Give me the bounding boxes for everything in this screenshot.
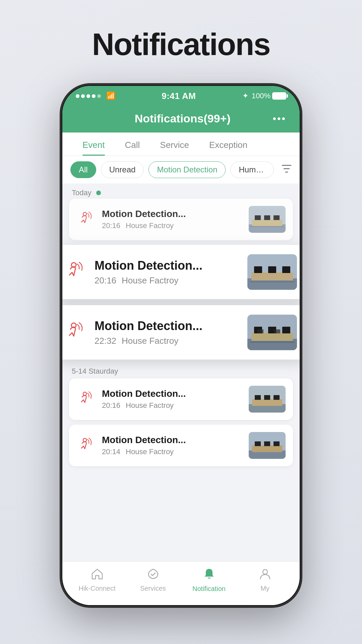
app-header: Notifications(99+) •••: [62, 106, 300, 132]
filter-chip-unread[interactable]: Unread: [101, 161, 144, 178]
tab-call[interactable]: Call: [115, 132, 150, 156]
nav-item-my[interactable]: My: [237, 568, 293, 592]
my-icon: [259, 568, 271, 583]
motion-icon-sat2: [77, 437, 95, 454]
expanded-title-2: Motion Detection...: [95, 319, 241, 333]
battery-bar: [272, 92, 286, 100]
notif-title-sat1: Motion Detection...: [102, 388, 243, 399]
expanded-card-1[interactable]: Motion Detection... 20:16 House Factroy: [62, 245, 300, 299]
svg-rect-23: [250, 341, 294, 343]
today-section-header: Today: [62, 184, 300, 199]
battery-block: 100%: [252, 92, 286, 100]
notif-time-sat1: 20:16: [102, 401, 120, 410]
motion-icon-wrap-sat2: [76, 437, 96, 454]
svg-point-0: [83, 212, 86, 216]
status-bar: 📶 9:41 AM ✦ 100%: [62, 86, 300, 106]
notif-text-sat1: Motion Detection... 20:16 House Factroy: [102, 388, 243, 410]
notif-card-sat-2[interactable]: Motion Detection... 20:14 House Factroy: [69, 425, 293, 466]
svg-rect-29: [252, 399, 282, 406]
nav-label-services: Services: [140, 585, 166, 592]
scrollable-content: Today Motion Detection...: [62, 184, 300, 605]
notif-text: Motion Detection... 20:16 House Factroy: [102, 209, 243, 230]
notif-thumbnail-sat2: [249, 432, 286, 459]
expanded-time-1: 20:16: [95, 275, 116, 286]
tab-event[interactable]: Event: [72, 132, 115, 156]
svg-rect-5: [264, 215, 270, 220]
motion-detection-icon: [77, 211, 95, 228]
status-right: ✦ 100%: [242, 92, 286, 100]
nav-item-home[interactable]: Hik-Connect: [69, 568, 125, 592]
svg-rect-15: [250, 281, 294, 282]
motion-detection-icon-large-1: [65, 261, 86, 282]
motion-icon-wrap-sat1: [76, 390, 96, 408]
svg-rect-19: [251, 333, 293, 341]
nav-item-notification[interactable]: Notification: [181, 568, 237, 593]
page-background-title: Notifications: [0, 0, 362, 62]
svg-rect-39: [274, 441, 280, 446]
notif-source-sat1: House Factroy: [126, 401, 174, 410]
motion-icon-wrap: [76, 211, 96, 228]
unread-dot: [96, 191, 101, 195]
expanded-thumb-2: [247, 315, 297, 350]
svg-rect-22: [282, 327, 290, 333]
expanded-card-2[interactable]: Motion Detection... 22:32 House Factroy: [62, 305, 300, 360]
bluetooth-icon: ✦: [242, 92, 248, 100]
svg-rect-38: [264, 441, 270, 446]
status-time: 9:41 AM: [162, 91, 196, 101]
filter-icon[interactable]: [282, 164, 292, 176]
status-left: 📶: [76, 92, 115, 100]
tabs-bar: Event Call Service Exception: [62, 132, 300, 156]
svg-rect-3: [252, 219, 282, 226]
svg-rect-4: [255, 215, 261, 220]
expanded-meta-2: 22:32 House Factroy: [95, 336, 241, 346]
more-options-button[interactable]: •••: [273, 113, 286, 124]
expanded-text-1: Motion Detection... 20:16 House Factroy: [95, 259, 241, 286]
nav-label-home: Hik-Connect: [78, 585, 115, 592]
header-title: Notifications(99+): [93, 112, 273, 125]
services-icon: [147, 568, 159, 583]
svg-rect-36: [252, 445, 282, 452]
expanded-time-2: 22:32: [95, 336, 116, 346]
svg-rect-24: [257, 329, 263, 333]
expanded-title-1: Motion Detection...: [95, 259, 241, 273]
svg-rect-13: [268, 266, 276, 273]
svg-rect-31: [264, 395, 270, 400]
filter-row: All Unread Motion Detection Human Dete: [62, 156, 300, 184]
nav-item-services[interactable]: Services: [125, 568, 181, 592]
motion-detection-icon-large-2: [65, 321, 86, 342]
notif-meta-sat2: 20:14 House Factroy: [102, 447, 243, 456]
filter-chip-human[interactable]: Human Dete: [230, 161, 274, 178]
notif-meta: 20:16 House Factroy: [102, 221, 243, 230]
svg-rect-7: [250, 226, 284, 227]
motion-icon-sat1: [77, 390, 95, 408]
filter-chip-all[interactable]: All: [70, 161, 96, 178]
notif-card-sat-1[interactable]: Motion Detection... 20:16 House Factroy: [69, 378, 293, 420]
svg-point-40: [263, 570, 267, 574]
filter-chip-motion[interactable]: Motion Detection: [148, 161, 226, 178]
expanded-cards-container: Motion Detection... 20:16 House Factroy: [62, 245, 300, 360]
phone-content: Notifications(99+) ••• Event Call Servic…: [62, 106, 300, 605]
svg-rect-32: [274, 395, 280, 400]
tab-exception[interactable]: Exception: [199, 132, 257, 156]
home-icon: [91, 568, 103, 583]
bottom-nav: Hik-Connect Services: [62, 561, 300, 605]
notif-title: Motion Detection...: [102, 209, 243, 219]
battery-percent: 100%: [252, 92, 270, 100]
notif-card-peek[interactable]: Motion Detection... 20:16 House Factroy: [69, 199, 293, 240]
notif-time: 20:16: [102, 221, 120, 230]
notif-source-sat2: House Factroy: [126, 447, 174, 456]
svg-rect-37: [255, 441, 261, 446]
svg-rect-6: [274, 215, 280, 220]
expanded-thumb-1: [247, 254, 297, 290]
phone-screen: 📶 9:41 AM ✦ 100% Notifications(99+) •••: [62, 86, 300, 605]
wifi-icon: 📶: [106, 92, 115, 100]
svg-point-26: [83, 392, 86, 395]
saturday-label: 5-14 Staurday: [72, 367, 118, 375]
phone-frame: 📶 9:41 AM ✦ 100% Notifications(99+) •••: [60, 84, 302, 607]
svg-point-33: [83, 438, 86, 442]
notification-icon: [203, 568, 215, 583]
tab-service[interactable]: Service: [150, 132, 199, 156]
svg-rect-12: [254, 266, 262, 273]
expanded-icon-wrap-2: [65, 321, 88, 343]
expanded-icon-wrap-1: [65, 261, 88, 283]
